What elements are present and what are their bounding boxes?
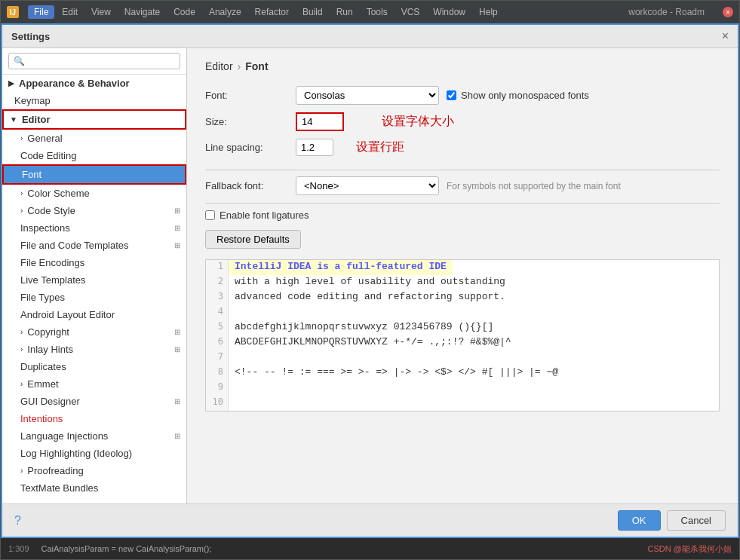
chevron-right-icon: ▶ [8, 79, 14, 87]
fallback-hint: For symbols not supported by the main fo… [447, 181, 621, 191]
monospaced-checkbox[interactable] [447, 90, 456, 100]
preview-line-6: 6 ABCDEFGHIJKLMNOPQRSTUVWXYZ +-*/= .,;:!… [206, 335, 719, 350]
sidebar-item-label: Inspections [20, 222, 70, 234]
sidebar-item-inspections[interactable]: Inspections ⊞ [2, 219, 186, 237]
settings-icon: ⊞ [174, 328, 180, 336]
line-number: 6 [206, 335, 229, 350]
window-controls: × [723, 7, 733, 17]
sidebar-item-copyright[interactable]: › Copyright ⊞ [2, 323, 186, 341]
menu-bar: File Edit View Navigate Code Analyze Ref… [28, 5, 504, 19]
sidebar-item-proofreading[interactable]: › Proofreading [2, 462, 186, 479]
divider [205, 170, 720, 170]
chevron-right-icon: › [20, 328, 23, 336]
settings-icon: ⊞ [174, 432, 180, 440]
fallback-dropdown[interactable]: <None> [296, 176, 439, 195]
size-input[interactable] [297, 114, 342, 130]
menu-refactor[interactable]: Refactor [249, 5, 295, 19]
menu-file[interactable]: File [28, 5, 54, 19]
help-icon[interactable]: ? [14, 514, 21, 528]
sidebar-item-file-templates[interactable]: File and Code Templates ⊞ [2, 237, 186, 254]
sidebar-item-general[interactable]: › General [2, 130, 186, 147]
sidebar-item-live-templates[interactable]: Live Templates [2, 271, 186, 289]
sidebar-item-label: Color Scheme [27, 188, 89, 199]
menu-navigate[interactable]: Navigate [118, 5, 166, 19]
menu-run[interactable]: Run [330, 5, 359, 19]
menu-view[interactable]: View [85, 5, 117, 19]
search-box [2, 48, 186, 75]
sidebar-item-appearance[interactable]: ▶ Appearance & Behavior [2, 75, 186, 92]
chevron-right-icon: › [20, 380, 23, 388]
line-number: 9 [206, 381, 229, 396]
restore-defaults-button[interactable]: Restore Defaults [205, 230, 301, 249]
size-input-wrapper [296, 112, 344, 131]
font-dropdown[interactable]: Consolas Arial Courier New Fira Code Jet… [296, 86, 439, 105]
sidebar-item-file-encodings[interactable]: File Encodings [2, 254, 186, 271]
dialog-close-button[interactable]: × [722, 29, 729, 43]
title-bar: IJ File Edit View Navigate Code Analyze … [1, 1, 739, 23]
sidebar-item-label: Android Layout Editor [20, 309, 115, 320]
menu-analyze[interactable]: Analyze [203, 5, 247, 19]
sidebar-item-label: Appearance & Behavior [19, 78, 130, 89]
menu-edit[interactable]: Edit [56, 5, 84, 19]
line-number: 3 [206, 290, 229, 305]
monospaced-checkbox-label[interactable]: Show only monospaced fonts [447, 90, 589, 101]
breadcrumb-editor: Editor [205, 60, 233, 72]
sidebar-item-label: General [27, 133, 62, 144]
sidebar-item-keymap[interactable]: Keymap [2, 92, 186, 109]
menu-code[interactable]: Code [167, 5, 201, 19]
sidebar-item-code-editing[interactable]: Code Editing [2, 147, 186, 164]
sidebar-item-log-highlighting[interactable]: Log Highlighting (Ideolog) [2, 445, 186, 462]
menu-window[interactable]: Window [427, 5, 471, 19]
line-code [229, 305, 247, 320]
sidebar-item-font[interactable]: Font [2, 164, 186, 185]
line-spacing-label: Line spacing: [205, 142, 288, 153]
sidebar-item-duplicates[interactable]: Duplicates [2, 358, 186, 375]
sidebar-item-label: Log Highlighting (Ideolog) [20, 448, 132, 459]
ligatures-checkbox[interactable] [205, 210, 215, 220]
search-input[interactable] [8, 53, 180, 69]
line-code: IntelliJ IDEA is a full-featured IDE [229, 260, 453, 275]
sidebar-item-code-style[interactable]: › Code Style ⊞ [2, 202, 186, 219]
close-button[interactable]: × [723, 7, 733, 17]
preview-line-5: 5 abcdefghijklmnopqrstuvwxyz 0123456789 … [206, 320, 719, 335]
cancel-button[interactable]: Cancel [667, 510, 726, 531]
sidebar-item-inlay-hints[interactable]: › Inlay Hints ⊞ [2, 341, 186, 358]
sidebar-item-emmet[interactable]: › Emmet [2, 375, 186, 393]
sidebar-item-lang-injections[interactable]: Language Injections ⊞ [2, 427, 186, 445]
line-code: <!-- -- != := === >= >- => |-> -> <$> </… [229, 366, 564, 381]
dialog-body: ▶ Appearance & Behavior Keymap ▼ Editor … [2, 48, 738, 503]
sidebar-item-intentions[interactable]: Intentions [2, 410, 186, 427]
line-spacing-input[interactable] [296, 139, 333, 156]
menu-build[interactable]: Build [296, 5, 329, 19]
sidebar-item-file-types[interactable]: File Types [2, 289, 186, 306]
preview-line-9: 9 [206, 381, 719, 396]
line-number: 8 [206, 366, 229, 381]
preview-line-8: 8 <!-- -- != := === >= >- => |-> -> <$> … [206, 366, 719, 381]
menu-tools[interactable]: Tools [361, 5, 394, 19]
sidebar-item-editor[interactable]: ▼ Editor [2, 109, 186, 130]
sidebar-item-label: TextMate Bundles [20, 482, 98, 494]
fallback-label: Fallback font: [205, 180, 288, 191]
menu-help[interactable]: Help [473, 5, 504, 19]
sidebar-item-label: Keymap [14, 95, 51, 106]
sidebar-item-label: File and Code Templates [20, 240, 129, 251]
size-label: Size: [205, 116, 288, 127]
preview-line-10: 10 [206, 396, 719, 411]
chevron-right-icon: › [20, 134, 23, 142]
ok-button[interactable]: OK [618, 510, 661, 531]
sidebar-item-textmate[interactable]: TextMate Bundles [2, 479, 186, 497]
sidebar-item-label: Font [22, 169, 41, 180]
sidebar-item-label: File Encodings [20, 257, 84, 268]
menu-vcs[interactable]: VCS [395, 5, 426, 19]
preview-line-2: 2 with a high level of usability and out… [206, 275, 719, 290]
sidebar-item-android-layout[interactable]: Android Layout Editor [2, 306, 186, 323]
preview-line-3: 3 advanced code editing and refactoring … [206, 290, 719, 305]
main-window: IJ File Edit View Navigate Code Analyze … [0, 0, 740, 560]
sidebar-item-label: Duplicates [20, 361, 66, 372]
taskbar-code: CaiAnalysisParam = new CaiAnalysisParam(… [41, 544, 212, 553]
preview-line-7: 7 [206, 350, 719, 366]
breadcrumb-font: Font [245, 60, 268, 72]
preview-line-1: 1 IntelliJ IDEA is a full-featured IDE [206, 260, 719, 275]
sidebar-item-gui-designer[interactable]: GUI Designer ⊞ [2, 393, 186, 410]
sidebar-item-color-scheme[interactable]: › Color Scheme [2, 185, 186, 202]
